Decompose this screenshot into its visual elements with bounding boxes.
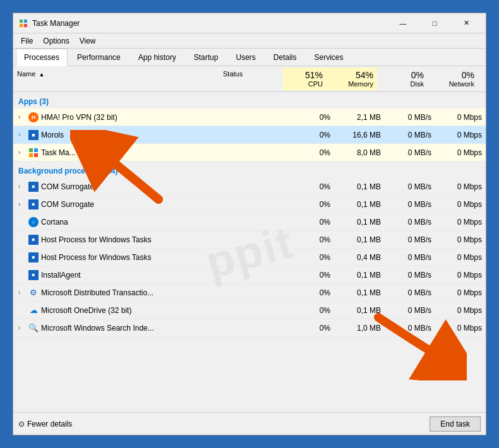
com2-disk: 0 MB/s — [385, 200, 435, 209]
hma-network: 0 Mbps — [435, 113, 486, 122]
host1-memory: 0,1 MB — [334, 235, 385, 244]
hma-cpu: 0% — [290, 113, 334, 122]
tabs-bar: Processes Performance App history Startu… — [13, 49, 486, 66]
col-network[interactable]: 0% Network — [428, 68, 478, 90]
menu-file[interactable]: File — [16, 35, 38, 47]
process-row-morols[interactable]: › ■ Morols 0% 16,6 MB 0 MB/s 0 Mbps — [13, 126, 486, 144]
taskman-disk: 0 MB/s — [385, 148, 435, 157]
fewer-details-arrow-icon: ⊙ — [18, 420, 25, 428]
mdt-memory: 0,1 MB — [334, 288, 385, 297]
host1-network: 0 Mbps — [435, 235, 486, 244]
expand-icon[interactable]: › — [18, 289, 26, 296]
host2-disk: 0 MB/s — [385, 253, 435, 262]
menu-options[interactable]: Options — [38, 35, 74, 47]
process-row-host1[interactable]: › ■ Host Process for Windows Tasks 0% 0,… — [13, 231, 486, 249]
footer: ⊙ Fewer details End task — [13, 412, 486, 435]
cortana-icon: ○ — [28, 217, 39, 227]
tab-services[interactable]: Services — [306, 49, 352, 66]
sort-arrow-icon: ▲ — [39, 71, 44, 78]
search-icon: 🔍 — [28, 323, 39, 333]
install-disk: 0 MB/s — [385, 271, 435, 280]
col-status[interactable]: Status — [219, 68, 282, 90]
col-disk[interactable]: 0% Disk — [377, 68, 428, 90]
col-name[interactable]: Name ▲ — [13, 68, 219, 90]
hma-disk: 0 MB/s — [385, 113, 435, 122]
host1-cpu: 0% — [290, 235, 334, 244]
tab-startup[interactable]: Startup — [186, 49, 227, 66]
taskman-cpu: 0% — [290, 148, 334, 157]
svg-rect-0 — [20, 20, 23, 23]
minimize-button[interactable]: — — [388, 13, 418, 33]
process-row-mdt[interactable]: › ⚙ Microsoft Distributed Transactio... … — [13, 284, 486, 302]
expand-icon[interactable]: › — [18, 131, 26, 138]
close-button[interactable]: ✕ — [452, 13, 481, 33]
end-task-button[interactable]: End task — [430, 416, 481, 432]
col-memory[interactable]: 54% Memory — [327, 68, 377, 90]
com1-cpu: 0% — [290, 182, 334, 191]
expand-icon[interactable]: › — [18, 324, 26, 331]
svg-rect-2 — [20, 24, 23, 27]
host1-disk: 0 MB/s — [385, 235, 435, 244]
tab-app-history[interactable]: App history — [130, 49, 184, 66]
svg-rect-9 — [34, 153, 38, 157]
com1-disk: 0 MB/s — [385, 182, 435, 191]
tab-performance[interactable]: Performance — [69, 49, 129, 66]
process-row-com1[interactable]: › ■ COM Surrogate 0% 0,1 MB 0 MB/s 0 Mbp… — [13, 178, 486, 196]
com-icon-1: ■ — [28, 182, 39, 192]
mdt-icon: ⚙ — [28, 288, 39, 298]
tab-processes[interactable]: Processes — [16, 49, 68, 66]
title-bar: Task Manager — □ ✕ — [13, 13, 486, 33]
process-name-com1: › ■ COM Surrogate — [13, 182, 227, 192]
mdt-disk: 0 MB/s — [385, 288, 435, 297]
group-apps: Apps (3) — [13, 92, 486, 109]
maximize-button[interactable]: □ — [420, 13, 449, 33]
expand-icon[interactable]: › — [18, 201, 26, 208]
cortana-network: 0 Mbps — [435, 218, 486, 227]
menu-bar: File Options View — [13, 33, 486, 49]
svg-rect-7 — [34, 148, 38, 152]
cortana-cpu: 0% — [290, 218, 334, 227]
col-cpu[interactable]: 51% CPU — [282, 68, 327, 90]
onedrive-memory: 0,1 MB — [334, 306, 385, 315]
process-row-cortana[interactable]: › ○ Cortana 0% 0,1 MB 0 MB/s 0 Mbps — [13, 213, 486, 231]
process-row-onedrive[interactable]: › ☁ Microsoft OneDrive (32 bit) 0% 0,1 M… — [13, 302, 486, 319]
expand-icon[interactable]: › — [18, 183, 26, 190]
tab-users[interactable]: Users — [227, 49, 263, 66]
expand-icon[interactable]: › — [18, 149, 26, 156]
menu-view[interactable]: View — [75, 35, 101, 47]
process-row-hma[interactable]: › H HMA! Pro VPN (32 bit) 0% 2,1 MB 0 MB… — [13, 109, 486, 126]
fewer-details-label: Fewer details — [27, 420, 72, 428]
search-network: 0 Mbps — [435, 324, 486, 333]
svg-rect-8 — [29, 153, 33, 157]
process-name-host2: › ■ Host Process for Windows Tasks — [13, 252, 227, 262]
host2-cpu: 0% — [290, 253, 334, 262]
process-row-host2[interactable]: › ■ Host Process for Windows Tasks 0% 0,… — [13, 249, 486, 266]
fewer-details-button[interactable]: ⊙ Fewer details — [18, 420, 72, 428]
install-memory: 0,1 MB — [334, 271, 385, 280]
content-area: ppit Apps (3) › — [13, 92, 486, 412]
window-controls: — □ ✕ — [388, 13, 481, 33]
expand-icon[interactable]: › — [18, 114, 26, 121]
process-row-installagent[interactable]: › ■ InstallAgent 0% 0,1 MB 0 MB/s 0 Mbps — [13, 266, 486, 284]
taskman-icon — [28, 148, 39, 158]
title-bar-icon — [18, 18, 28, 28]
host-icon-2: ■ — [28, 252, 39, 262]
svg-rect-6 — [29, 148, 33, 152]
com2-cpu: 0% — [290, 200, 334, 209]
search-memory: 1,0 MB — [334, 324, 385, 333]
process-name-cortana: › ○ Cortana — [13, 217, 227, 227]
process-row-search[interactable]: › 🔍 Microsoft Windows Search Inde... 0% … — [13, 319, 486, 337]
svg-rect-1 — [24, 20, 27, 23]
hma-memory: 2,1 MB — [334, 113, 385, 122]
morols-disk: 0 MB/s — [385, 131, 435, 139]
process-name-onedrive: › ☁ Microsoft OneDrive (32 bit) — [13, 305, 227, 315]
process-list[interactable]: Apps (3) › H HMA! Pro VPN (32 bit) 0% 2,… — [13, 92, 486, 412]
process-row-com2[interactable]: › ■ COM Surrogate 0% 0,1 MB 0 MB/s 0 Mbp… — [13, 196, 486, 213]
search-disk: 0 MB/s — [385, 324, 435, 333]
process-row-taskman[interactable]: › Task Ma... 0% 8,0 MB 0 MB/s 0 Mbps — [13, 144, 486, 162]
tab-details[interactable]: Details — [265, 49, 305, 66]
com2-network: 0 Mbps — [435, 200, 486, 209]
mdt-cpu: 0% — [290, 288, 334, 297]
group-background: Background processes (24) — [13, 162, 486, 178]
process-name-hma: › H HMA! Pro VPN (32 bit) — [13, 112, 227, 122]
